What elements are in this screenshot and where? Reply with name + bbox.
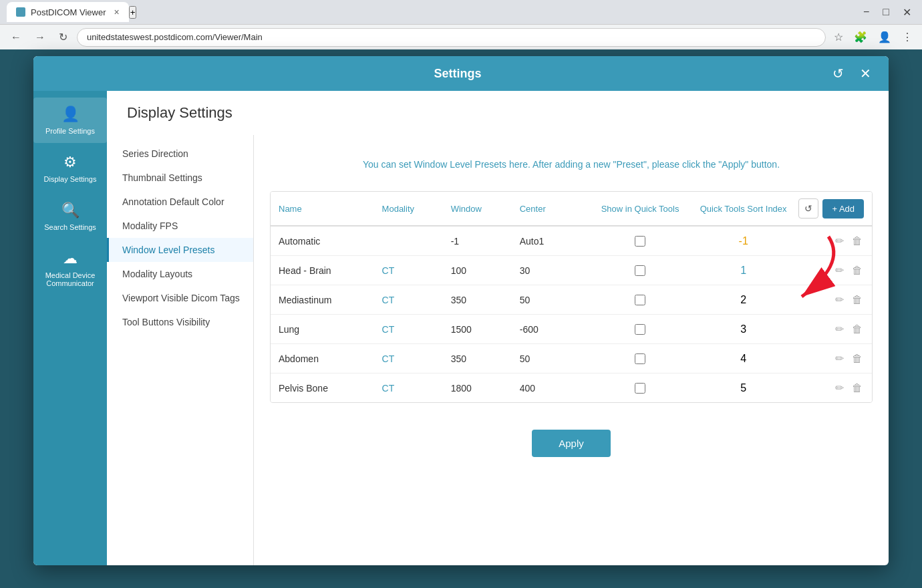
cell-window-4: 350 <box>451 353 520 364</box>
cell-sort-4: 4 <box>692 353 795 365</box>
address-bar-input[interactable] <box>77 28 826 47</box>
cell-modality-3: CT <box>382 324 451 335</box>
profile-icon[interactable]: 👤 <box>875 29 894 45</box>
cell-actions-2: ✏ 🗑 <box>795 292 864 307</box>
quick-checkbox-5[interactable] <box>635 383 645 394</box>
delete-button-1[interactable]: 🗑 <box>851 263 864 278</box>
close-tab-button[interactable]: × <box>114 7 119 17</box>
bookmark-icon[interactable]: ☆ <box>831 29 846 45</box>
edit-button-1[interactable]: ✏ <box>834 263 845 278</box>
cell-sort-5: 5 <box>692 382 795 394</box>
modal-overlay: Settings ↺ ✕ 👤 Profile Settings ⚙ Displa <box>0 49 922 588</box>
table-row: Mediastinum CT 350 50 2 <box>271 285 872 315</box>
subnav-thumbnail[interactable]: Thumbnail Settings <box>107 166 253 190</box>
cell-window-3: 1500 <box>451 324 520 335</box>
quick-checkbox-1[interactable] <box>635 265 645 276</box>
sidebar-item-label-profile: Profile Settings <box>45 127 95 135</box>
sidebar-item-display[interactable]: ⚙ Display Settings <box>33 146 107 191</box>
quick-checkbox-3[interactable] <box>635 324 645 335</box>
presets-table: Name Modality Window Center Show in Quic… <box>270 191 873 403</box>
browser-tab[interactable]: PostDICOM Viewer × <box>7 2 129 22</box>
subnav-series[interactable]: Series Direction <box>107 142 253 166</box>
cell-sort-3: 3 <box>692 323 795 335</box>
cell-window-0: -1 <box>451 236 520 247</box>
sidebar-item-label-search: Search Settings <box>44 223 96 231</box>
quick-checkbox-0[interactable] <box>635 236 645 247</box>
cell-quick-4 <box>589 353 692 364</box>
sidebar-item-label-medical: Medical Device Communicator <box>39 271 102 287</box>
cell-quick-0 <box>589 236 692 247</box>
maximize-button[interactable]: □ <box>879 5 893 19</box>
delete-button-2[interactable]: 🗑 <box>851 293 864 307</box>
reload-button[interactable]: ↻ <box>55 29 71 45</box>
delete-button-4[interactable]: 🗑 <box>851 351 864 366</box>
quick-checkbox-4[interactable] <box>635 353 645 364</box>
add-preset-button[interactable]: + Add <box>822 199 864 218</box>
menu-icon[interactable]: ⋮ <box>899 29 915 45</box>
settings-modal: Settings ↺ ✕ 👤 Profile Settings ⚙ Displa <box>33 56 889 565</box>
cell-actions-4: ✏ 🗑 <box>795 351 864 366</box>
profile-nav-icon: 👤 <box>61 106 80 123</box>
sidebar-item-search[interactable]: 🔍 Search Settings <box>33 194 107 239</box>
cell-name-5: Pelvis Bone <box>279 383 382 394</box>
table-header: Name Modality Window Center Show in Quic… <box>271 192 872 227</box>
table-row: Automatic -1 Auto1 -1 <box>271 227 872 256</box>
tab-favicon <box>16 7 25 17</box>
cell-sort-0: -1 <box>692 235 795 247</box>
cell-quick-3 <box>589 324 692 335</box>
cell-modality-2: CT <box>382 295 451 305</box>
cell-name-3: Lung <box>279 324 382 335</box>
modal-title: Settings <box>87 67 828 81</box>
subnav-fps[interactable]: Modality FPS <box>107 214 253 238</box>
col-header-center: Center <box>520 204 589 214</box>
col-header-quick: Show in Quick Tools <box>589 204 692 214</box>
forward-button[interactable]: → <box>31 30 49 45</box>
new-tab-button[interactable]: + <box>129 6 137 19</box>
cell-window-5: 1800 <box>451 383 520 394</box>
edit-button-5[interactable]: ✏ <box>834 380 845 396</box>
edit-button-0[interactable]: ✏ <box>834 233 845 249</box>
delete-button-5[interactable]: 🗑 <box>851 381 864 396</box>
search-nav-icon: 🔍 <box>61 202 80 219</box>
subnav-toolbuttons[interactable]: Tool Buttons Visibility <box>107 310 253 334</box>
cell-center-4: 50 <box>520 353 589 364</box>
edit-button-4[interactable]: ✏ <box>834 351 845 366</box>
delete-button-3[interactable]: 🗑 <box>851 322 864 337</box>
col-header-modality: Modality <box>382 204 451 214</box>
modal-reset-button[interactable]: ↺ <box>828 64 848 83</box>
cell-name-2: Mediastinum <box>279 295 382 305</box>
cell-center-3: -600 <box>520 324 589 335</box>
display-nav-icon: ⚙ <box>63 154 77 171</box>
reset-presets-button[interactable]: ↺ <box>798 198 818 218</box>
minimize-button[interactable]: − <box>859 5 873 19</box>
modal-close-button[interactable]: ✕ <box>856 64 875 83</box>
col-header-window: Window <box>451 204 520 214</box>
subnav-annotation[interactable]: Annotation Default Color <box>107 190 253 214</box>
info-banner: You can set Window Level Presets here. A… <box>270 148 873 180</box>
sidebar-item-medical[interactable]: ☁ Medical Device Communicator <box>33 242 107 295</box>
delete-button-0[interactable]: 🗑 <box>851 234 864 249</box>
close-window-button[interactable]: ✕ <box>899 5 915 20</box>
cell-quick-5 <box>589 383 692 394</box>
cell-window-2: 350 <box>451 295 520 305</box>
edit-button-3[interactable]: ✏ <box>834 321 845 337</box>
cell-name-0: Automatic <box>279 236 382 247</box>
cell-center-0: Auto1 <box>520 236 589 247</box>
apply-section: Apply <box>270 430 873 470</box>
cell-sort-1: 1 <box>692 265 795 277</box>
subnav-wlpresets[interactable]: Window Level Presets <box>107 238 253 262</box>
quick-checkbox-2[interactable] <box>635 295 645 305</box>
page-title: Display Settings <box>127 104 869 122</box>
table-header-actions: ↺ + Add <box>795 198 864 218</box>
extensions-icon[interactable]: 🧩 <box>851 29 870 45</box>
table-row: Lung CT 1500 -600 3 <box>271 315 872 344</box>
cell-actions-3: ✏ 🗑 <box>795 321 864 337</box>
sidebar-item-profile[interactable]: 👤 Profile Settings <box>33 98 107 143</box>
subnav-viewport[interactable]: Viewport Visible Dicom Tags <box>107 286 253 310</box>
subnav-layouts[interactable]: Modality Layouts <box>107 262 253 286</box>
back-button[interactable]: ← <box>7 30 25 45</box>
apply-button[interactable]: Apply <box>532 430 611 457</box>
edit-button-2[interactable]: ✏ <box>834 292 845 307</box>
medical-nav-icon: ☁ <box>63 250 78 267</box>
sidebar-navigation: 👤 Profile Settings ⚙ Display Settings 🔍 … <box>33 91 107 565</box>
